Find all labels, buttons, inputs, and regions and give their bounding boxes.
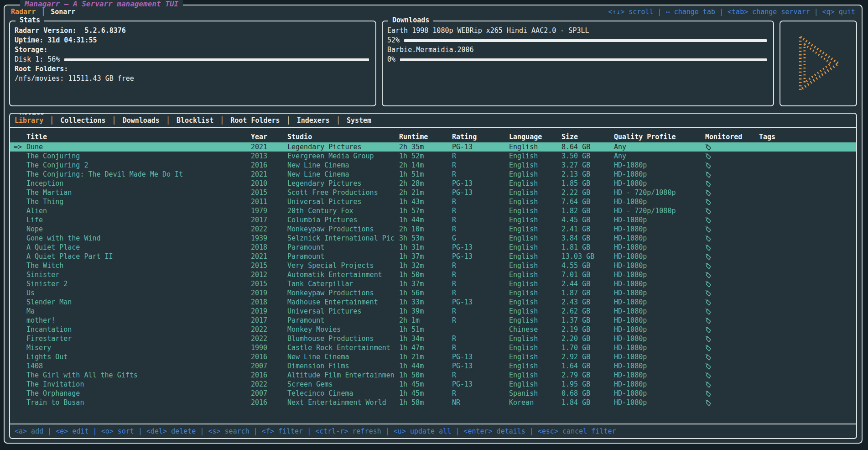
cell-title: Inception xyxy=(26,179,251,188)
movies-tab-library[interactable]: Library xyxy=(15,116,43,125)
servarr-tab-radarr[interactable]: Radarr xyxy=(11,8,36,16)
download-name: Barbie.Mermaidia.2006 xyxy=(387,45,767,55)
cell-rating: R xyxy=(452,198,509,206)
cell-size: 2.62 GB xyxy=(561,307,614,315)
movies-tab-collections[interactable]: Collections xyxy=(60,116,105,125)
disk-usage-label: Disk 1: 56% xyxy=(15,55,60,64)
movies-tab-blocklist[interactable]: Blocklist xyxy=(177,116,213,125)
cell-size: 1.82 GB xyxy=(561,207,614,215)
movies-tab-root-folders[interactable]: Root Folders xyxy=(230,116,280,125)
cell-quality-profile: HD-1080p xyxy=(614,271,705,279)
cell-rating: R xyxy=(452,316,509,324)
cell-rating: PG-13 xyxy=(452,353,509,361)
col-quality-profile[interactable]: Quality Profile xyxy=(614,133,705,141)
cell-size: 2.43 GB xyxy=(561,298,614,306)
download-name: Earth 1998 1080p WEBRip x265 Hindi AAC2.… xyxy=(387,26,767,36)
cell-quality-profile: HD-1080p xyxy=(614,289,705,297)
cell-studio: New Line Cinema xyxy=(287,161,399,169)
movies-tab-system[interactable]: System xyxy=(347,116,371,125)
col-year[interactable]: Year xyxy=(251,133,287,141)
cell-runtime: 2h 1m xyxy=(399,316,452,324)
radarr-version: Radarr Version: 5.2.6.8376 xyxy=(15,26,369,36)
cell-runtime: 1h 37m xyxy=(399,252,452,261)
cell-language: English xyxy=(509,161,561,169)
cell-title: Incantation xyxy=(26,325,251,334)
cell-language: English xyxy=(509,143,561,151)
logo-panel xyxy=(780,21,857,106)
cell-studio: Paramount xyxy=(287,252,399,261)
movies-panel: Movies Library│Collections│Downloads│Blo… xyxy=(9,113,857,439)
cell-size: 7.64 GB xyxy=(561,198,614,206)
cell-title: The Martian xyxy=(26,188,251,197)
col-studio[interactable]: Studio xyxy=(287,133,399,141)
cell-studio: Telecinco Cinema xyxy=(287,389,399,398)
cell-year: 2022 xyxy=(251,325,287,334)
movies-tab-indexers[interactable]: Indexers xyxy=(297,116,330,125)
cell-runtime: 1h 44m xyxy=(399,216,452,224)
cell-year: 2010 xyxy=(251,179,287,188)
cell-year: 2022 xyxy=(251,335,287,343)
cell-title: Firestarter xyxy=(26,335,251,343)
cell-language: English xyxy=(509,307,561,315)
cell-size: 1.95 GB xyxy=(561,380,614,388)
table-row[interactable]: Train to Busan 2016 Next Entertainment W… xyxy=(10,398,856,407)
app-window: Managarr – A Servarr management TUI Rada… xyxy=(4,5,863,444)
cell-quality-profile: HD-1080p xyxy=(614,389,705,398)
cell-title: A Quiet Place Part II xyxy=(26,252,251,261)
cell-title: Sinister xyxy=(26,271,251,279)
cell-quality-profile: HD-1080p xyxy=(614,198,705,206)
cell-runtime: 1h 51m xyxy=(399,170,452,178)
cell-runtime: 2h 10m xyxy=(399,225,452,233)
download-progress-bar xyxy=(404,39,767,42)
col-title[interactable]: Title xyxy=(26,133,251,141)
cell-title: Train to Busan xyxy=(26,398,251,407)
cell-runtime: 1h 50m xyxy=(399,371,452,379)
cell-title: The Conjuring xyxy=(26,152,251,160)
col-tags[interactable]: Tags xyxy=(759,133,856,141)
cell-rating: PG-13 xyxy=(452,380,509,388)
servarr-tab-sonarr[interactable]: Sonarr xyxy=(51,8,75,16)
cell-language: English xyxy=(509,371,561,379)
col-monitored[interactable]: Monitored xyxy=(705,133,759,141)
cell-title: The Girl with All the Gifts xyxy=(26,371,251,379)
cell-studio: Dimension Films xyxy=(287,362,399,370)
cell-studio: New Line Cinema xyxy=(287,170,399,178)
cell-rating: R xyxy=(452,207,509,215)
root-folder-value: /nfs/movies: 11511.43 GB free xyxy=(15,74,369,84)
movies-table-body: => Dune 2021 Legendary Pictures 2h 35m P… xyxy=(10,142,856,424)
col-runtime[interactable]: Runtime xyxy=(399,133,452,141)
cell-rating: R xyxy=(452,161,509,169)
col-size[interactable]: Size xyxy=(561,133,614,141)
cell-year: 2007 xyxy=(251,389,287,398)
col-rating[interactable]: Rating xyxy=(452,133,509,141)
cell-size: 2.13 GB xyxy=(561,170,614,178)
cell-runtime: 1h 56m xyxy=(399,289,452,297)
movies-tab-downloads[interactable]: Downloads xyxy=(123,116,160,125)
cell-size: 2.44 GB xyxy=(561,280,614,288)
cell-title: Ma xyxy=(26,307,251,315)
cell-studio: Madhouse Entertainment xyxy=(287,298,399,306)
col-language[interactable]: Language xyxy=(509,133,561,141)
cell-runtime: 1h 43m xyxy=(399,198,452,206)
cell-studio: Universal Pictures xyxy=(287,198,399,206)
cell-size: 4.45 GB xyxy=(561,216,614,224)
cell-runtime: 1h 31m xyxy=(399,243,452,251)
cell-quality-profile: HD-1080p xyxy=(614,353,705,361)
cell-language: English xyxy=(509,170,561,178)
cell-year: 2018 xyxy=(251,243,287,251)
cell-language: English xyxy=(509,289,561,297)
cell-year: 2017 xyxy=(251,216,287,224)
cell-language: Spanish xyxy=(509,389,561,398)
cell-language: English xyxy=(509,262,561,270)
cell-rating: R xyxy=(452,389,509,398)
download-item: Barbie.Mermaidia.2006 0% xyxy=(387,45,767,64)
cell-language: English xyxy=(509,362,561,370)
cell-studio: Blumhouse Productions xyxy=(287,335,399,343)
cell-studio: Evergreen Media Group xyxy=(287,152,399,160)
cell-runtime: 1h 45m xyxy=(399,380,452,388)
cell-language: English xyxy=(509,198,561,206)
cell-quality-profile: HD - 720p/1080p xyxy=(614,207,705,215)
cell-runtime: 1h 50m xyxy=(399,271,452,279)
cell-studio: New Line Cinema xyxy=(287,353,399,361)
cell-runtime: 1h 57m xyxy=(399,207,452,215)
